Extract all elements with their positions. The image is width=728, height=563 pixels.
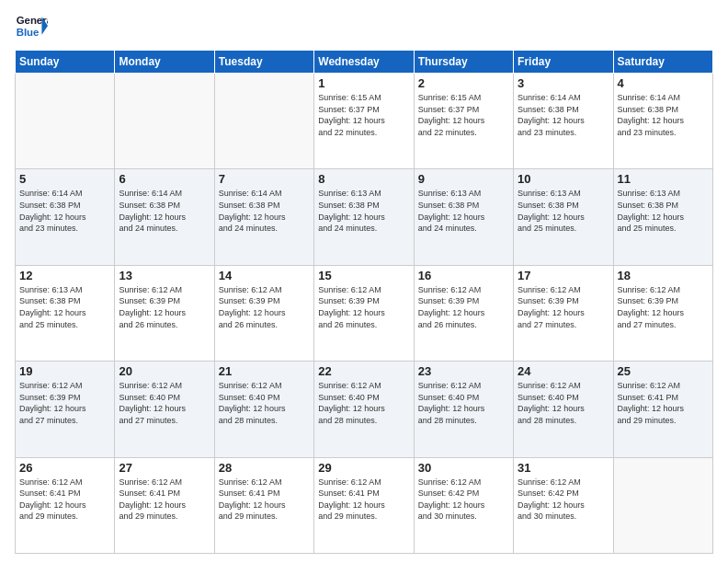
page: General Blue SundayMondayTuesdayWednesda… — [0, 0, 728, 563]
day-info: Sunrise: 6:14 AM Sunset: 6:38 PM Dayligh… — [119, 188, 210, 234]
day-info: Sunrise: 6:12 AM Sunset: 6:39 PM Dayligh… — [318, 284, 409, 330]
calendar-cell: 15Sunrise: 6:12 AM Sunset: 6:39 PM Dayli… — [314, 265, 414, 361]
calendar-body: 1Sunrise: 6:15 AM Sunset: 6:37 PM Daylig… — [16, 74, 713, 554]
day-number: 18 — [618, 269, 709, 282]
day-number: 20 — [119, 364, 210, 378]
weekday-tuesday: Tuesday — [214, 51, 313, 74]
day-info: Sunrise: 6:12 AM Sunset: 6:41 PM Dayligh… — [219, 477, 310, 523]
day-info: Sunrise: 6:12 AM Sunset: 6:40 PM Dayligh… — [418, 380, 509, 426]
calendar-cell: 4Sunrise: 6:14 AM Sunset: 6:38 PM Daylig… — [613, 74, 712, 169]
calendar-cell: 24Sunrise: 6:12 AM Sunset: 6:40 PM Dayli… — [514, 362, 613, 457]
logo-icon: General Blue — [15, 9, 48, 42]
day-info: Sunrise: 6:12 AM Sunset: 6:39 PM Dayligh… — [19, 380, 110, 426]
calendar-cell: 13Sunrise: 6:12 AM Sunset: 6:39 PM Dayli… — [115, 265, 214, 361]
day-info: Sunrise: 6:12 AM Sunset: 6:39 PM Dayligh… — [219, 284, 310, 330]
day-number: 10 — [518, 172, 609, 186]
calendar-cell: 1Sunrise: 6:15 AM Sunset: 6:37 PM Daylig… — [314, 74, 414, 169]
week-row-3: 12Sunrise: 6:13 AM Sunset: 6:38 PM Dayli… — [16, 265, 713, 361]
day-info: Sunrise: 6:12 AM Sunset: 6:39 PM Dayligh… — [418, 284, 509, 330]
calendar-cell: 19Sunrise: 6:12 AM Sunset: 6:39 PM Dayli… — [16, 362, 115, 457]
calendar-cell — [16, 74, 115, 169]
calendar-cell — [613, 457, 712, 553]
weekday-header-row: SundayMondayTuesdayWednesdayThursdayFrid… — [16, 51, 713, 74]
day-number: 15 — [318, 269, 409, 282]
day-info: Sunrise: 6:12 AM Sunset: 6:39 PM Dayligh… — [618, 284, 709, 330]
day-info: Sunrise: 6:12 AM Sunset: 6:42 PM Dayligh… — [518, 477, 609, 523]
week-row-2: 5Sunrise: 6:14 AM Sunset: 6:38 PM Daylig… — [16, 169, 713, 265]
calendar-cell: 6Sunrise: 6:14 AM Sunset: 6:38 PM Daylig… — [115, 169, 214, 265]
logo: General Blue — [15, 9, 48, 42]
day-number: 22 — [318, 364, 409, 378]
calendar-cell: 29Sunrise: 6:12 AM Sunset: 6:41 PM Dayli… — [314, 457, 414, 553]
weekday-wednesday: Wednesday — [314, 51, 414, 74]
day-number: 25 — [618, 364, 709, 378]
day-number: 8 — [318, 172, 409, 186]
day-info: Sunrise: 6:12 AM Sunset: 6:40 PM Dayligh… — [318, 380, 409, 426]
day-info: Sunrise: 6:14 AM Sunset: 6:38 PM Dayligh… — [618, 92, 709, 138]
svg-text:Blue: Blue — [17, 27, 40, 38]
day-number: 14 — [219, 269, 310, 282]
day-number: 1 — [318, 76, 409, 90]
weekday-thursday: Thursday — [414, 51, 513, 74]
day-number: 21 — [219, 364, 310, 378]
day-number: 3 — [518, 76, 609, 90]
calendar-cell: 2Sunrise: 6:15 AM Sunset: 6:37 PM Daylig… — [414, 74, 513, 169]
day-info: Sunrise: 6:13 AM Sunset: 6:38 PM Dayligh… — [518, 188, 609, 234]
calendar-table: SundayMondayTuesdayWednesdayThursdayFrid… — [15, 50, 713, 554]
day-number: 17 — [518, 269, 609, 282]
day-number: 5 — [19, 172, 110, 186]
calendar-cell: 25Sunrise: 6:12 AM Sunset: 6:41 PM Dayli… — [613, 362, 712, 457]
day-info: Sunrise: 6:12 AM Sunset: 6:39 PM Dayligh… — [119, 284, 210, 330]
day-number: 27 — [119, 461, 210, 475]
calendar-cell: 16Sunrise: 6:12 AM Sunset: 6:39 PM Dayli… — [414, 265, 513, 361]
week-row-4: 19Sunrise: 6:12 AM Sunset: 6:39 PM Dayli… — [16, 362, 713, 457]
weekday-saturday: Saturday — [613, 51, 712, 74]
day-number: 7 — [219, 172, 310, 186]
weekday-friday: Friday — [514, 51, 613, 74]
day-number: 23 — [418, 364, 509, 378]
day-info: Sunrise: 6:13 AM Sunset: 6:38 PM Dayligh… — [618, 188, 709, 234]
week-row-5: 26Sunrise: 6:12 AM Sunset: 6:41 PM Dayli… — [16, 457, 713, 553]
day-info: Sunrise: 6:15 AM Sunset: 6:37 PM Dayligh… — [318, 92, 409, 138]
calendar-cell: 22Sunrise: 6:12 AM Sunset: 6:40 PM Dayli… — [314, 362, 414, 457]
calendar-cell — [115, 74, 214, 169]
calendar-cell: 17Sunrise: 6:12 AM Sunset: 6:39 PM Dayli… — [514, 265, 613, 361]
day-info: Sunrise: 6:12 AM Sunset: 6:41 PM Dayligh… — [119, 477, 210, 523]
day-number: 16 — [418, 269, 509, 282]
day-info: Sunrise: 6:12 AM Sunset: 6:41 PM Dayligh… — [618, 380, 709, 426]
day-number: 6 — [119, 172, 210, 186]
calendar-cell: 21Sunrise: 6:12 AM Sunset: 6:40 PM Dayli… — [214, 362, 313, 457]
week-row-1: 1Sunrise: 6:15 AM Sunset: 6:37 PM Daylig… — [16, 74, 713, 169]
weekday-sunday: Sunday — [16, 51, 115, 74]
day-number: 30 — [418, 461, 509, 475]
weekday-monday: Monday — [115, 51, 214, 74]
day-info: Sunrise: 6:13 AM Sunset: 6:38 PM Dayligh… — [318, 188, 409, 234]
calendar-cell: 26Sunrise: 6:12 AM Sunset: 6:41 PM Dayli… — [16, 457, 115, 553]
day-number: 9 — [418, 172, 509, 186]
day-number: 29 — [318, 461, 409, 475]
calendar-cell: 11Sunrise: 6:13 AM Sunset: 6:38 PM Dayli… — [613, 169, 712, 265]
day-info: Sunrise: 6:12 AM Sunset: 6:40 PM Dayligh… — [119, 380, 210, 426]
calendar-cell: 10Sunrise: 6:13 AM Sunset: 6:38 PM Dayli… — [514, 169, 613, 265]
day-number: 26 — [19, 461, 110, 475]
calendar-cell: 18Sunrise: 6:12 AM Sunset: 6:39 PM Dayli… — [613, 265, 712, 361]
day-info: Sunrise: 6:14 AM Sunset: 6:38 PM Dayligh… — [518, 92, 609, 138]
day-info: Sunrise: 6:14 AM Sunset: 6:38 PM Dayligh… — [219, 188, 310, 234]
calendar-cell: 14Sunrise: 6:12 AM Sunset: 6:39 PM Dayli… — [214, 265, 313, 361]
calendar-cell — [214, 74, 313, 169]
day-info: Sunrise: 6:12 AM Sunset: 6:41 PM Dayligh… — [318, 477, 409, 523]
day-number: 2 — [418, 76, 509, 90]
day-info: Sunrise: 6:12 AM Sunset: 6:40 PM Dayligh… — [219, 380, 310, 426]
day-number: 31 — [518, 461, 609, 475]
day-info: Sunrise: 6:12 AM Sunset: 6:39 PM Dayligh… — [518, 284, 609, 330]
day-info: Sunrise: 6:12 AM Sunset: 6:41 PM Dayligh… — [19, 477, 110, 523]
calendar-cell: 12Sunrise: 6:13 AM Sunset: 6:38 PM Dayli… — [16, 265, 115, 361]
calendar-cell: 9Sunrise: 6:13 AM Sunset: 6:38 PM Daylig… — [414, 169, 513, 265]
day-info: Sunrise: 6:14 AM Sunset: 6:38 PM Dayligh… — [19, 188, 110, 234]
calendar-cell: 20Sunrise: 6:12 AM Sunset: 6:40 PM Dayli… — [115, 362, 214, 457]
calendar-cell: 30Sunrise: 6:12 AM Sunset: 6:42 PM Dayli… — [414, 457, 513, 553]
day-number: 12 — [19, 269, 110, 282]
day-info: Sunrise: 6:13 AM Sunset: 6:38 PM Dayligh… — [418, 188, 509, 234]
day-number: 11 — [618, 172, 709, 186]
day-info: Sunrise: 6:13 AM Sunset: 6:38 PM Dayligh… — [19, 284, 110, 330]
